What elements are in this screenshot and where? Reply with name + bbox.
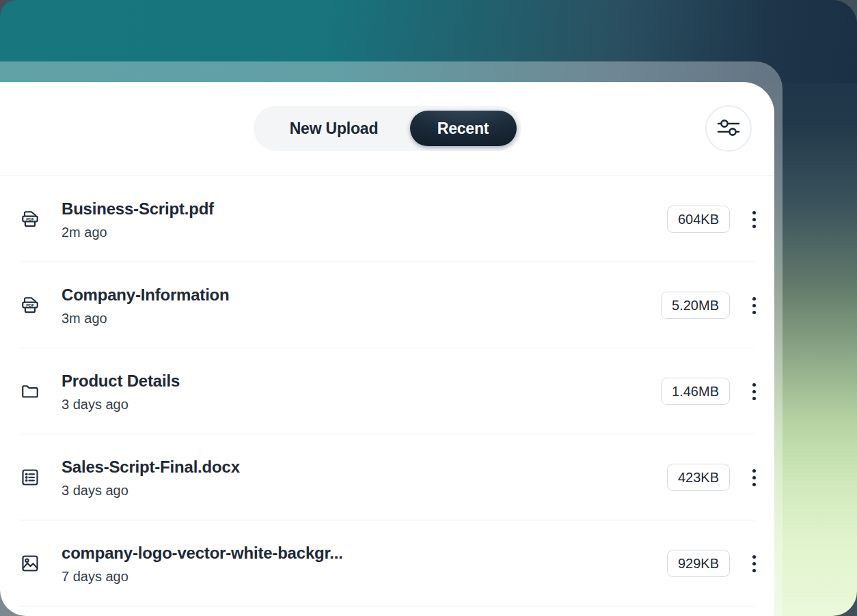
more-options-button[interactable] bbox=[750, 293, 758, 318]
file-size-badge: 5.20MB bbox=[661, 292, 730, 319]
file-timestamp: 7 days ago bbox=[62, 569, 667, 585]
pdf-file-icon: PDF bbox=[19, 208, 42, 230]
file-row[interactable]: Product Details 3 days ago 1.46MB bbox=[0, 348, 774, 434]
file-timestamp: 2m ago bbox=[62, 225, 667, 240]
file-timestamp: 3 days ago bbox=[62, 397, 661, 412]
file-row[interactable]: PDF Company-Information 3m ago 5.20MB bbox=[0, 262, 774, 348]
file-info: Product Details 3 days ago bbox=[62, 370, 661, 412]
file-row[interactable]: PDF Business-Script.pdf 2m ago 604KB bbox=[0, 176, 774, 262]
svg-text:PDF: PDF bbox=[26, 303, 34, 307]
more-options-button[interactable] bbox=[750, 207, 758, 232]
file-name: Product Details bbox=[62, 372, 661, 391]
upload-recent-segmented-control: New Upload Recent bbox=[254, 106, 521, 151]
file-size-badge: 604KB bbox=[667, 206, 730, 233]
screen: New Upload Recent bbox=[0, 0, 857, 616]
file-name: Business-Script.pdf bbox=[62, 199, 667, 219]
more-options-button[interactable] bbox=[750, 551, 758, 576]
file-panel: New Upload Recent bbox=[0, 82, 774, 616]
tab-recent[interactable]: Recent bbox=[410, 111, 517, 146]
file-name: Company-Information bbox=[62, 285, 661, 305]
file-name: Sales-Script-Final.docx bbox=[62, 458, 667, 477]
file-size-badge: 423KB bbox=[667, 464, 730, 491]
svg-text:PDF: PDF bbox=[26, 217, 34, 221]
tab-new-upload[interactable]: New Upload bbox=[258, 111, 410, 146]
file-info: Company-Information 3m ago bbox=[62, 284, 661, 326]
file-size-badge: 929KB bbox=[667, 550, 730, 577]
image-file-icon bbox=[19, 552, 42, 574]
file-name: company-logo-vector-white-backgr... bbox=[62, 544, 667, 563]
file-timestamp: 3m ago bbox=[62, 311, 661, 326]
more-options-button[interactable] bbox=[750, 465, 758, 490]
folder-icon bbox=[19, 380, 42, 402]
sliders-icon bbox=[715, 115, 742, 142]
more-options-button[interactable] bbox=[750, 379, 758, 404]
file-info: Business-Script.pdf 2m ago bbox=[62, 198, 667, 240]
pdf-file-icon: PDF bbox=[19, 294, 42, 316]
doc-file-icon bbox=[19, 466, 42, 488]
file-size-badge: 1.46MB bbox=[661, 378, 730, 405]
file-row[interactable]: company-logo-vector-white-backgr... 7 da… bbox=[0, 520, 774, 606]
file-info: company-logo-vector-white-backgr... 7 da… bbox=[62, 542, 667, 585]
file-timestamp: 3 days ago bbox=[62, 483, 667, 499]
file-info: Sales-Script-Final.docx 3 days ago bbox=[62, 456, 667, 499]
file-list: PDF Business-Script.pdf 2m ago 604KB bbox=[0, 176, 774, 616]
filter-button[interactable] bbox=[705, 105, 752, 152]
file-row[interactable]: Sales-Script-Final.docx 3 days ago 423KB bbox=[0, 434, 774, 520]
panel-header: New Upload Recent bbox=[0, 82, 774, 176]
